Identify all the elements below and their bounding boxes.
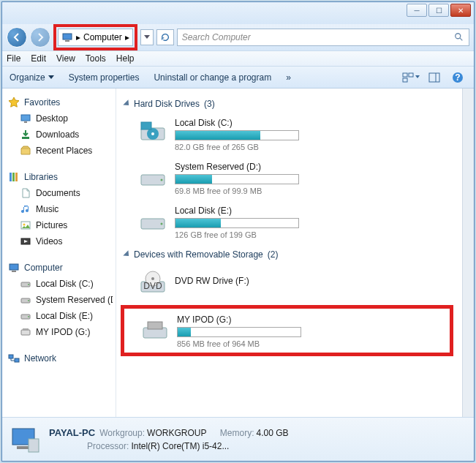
computer-icon	[61, 31, 73, 43]
system-properties-button[interactable]: System properties	[69, 72, 140, 83]
drive-item-dvd[interactable]: DVD DVD RW Drive (F:)	[125, 266, 453, 305]
sidebar-item-desktop[interactable]: Desktop	[5, 110, 113, 127]
capacity-fill	[175, 131, 260, 140]
sidebar-item-videos[interactable]: Videos	[5, 233, 113, 249]
menu-edit[interactable]: Edit	[31, 53, 46, 64]
title-bar: ─ ☐ ✕	[2, 2, 474, 24]
hdd-icon	[20, 294, 31, 306]
sidebar-item-recent[interactable]: Recent Places	[5, 143, 113, 159]
computer-header[interactable]: Computer	[5, 260, 113, 276]
chevron-down-icon	[415, 75, 420, 79]
window-controls: ─ ☐ ✕	[407, 4, 471, 17]
menu-bar: File Edit View Tools Help	[2, 50, 474, 67]
menu-help[interactable]: Help	[116, 53, 135, 64]
network-header[interactable]: Network	[5, 350, 113, 366]
minimize-button[interactable]: ─	[407, 4, 427, 17]
removable-section-header[interactable]: Devices with Removable Storage (2)	[125, 249, 453, 260]
drive-item-e[interactable]: Local Disk (E:) 126 GB free of 199 GB	[125, 203, 453, 246]
view-tiles-icon	[402, 72, 415, 83]
capacity-bar	[177, 327, 301, 337]
hdd-section-header[interactable]: Hard Disk Drives (3)	[125, 99, 453, 109]
collapse-triangle-icon	[123, 250, 131, 258]
svg-rect-35	[141, 122, 151, 129]
details-pane: PAYAL-PC Workgroup: WORKGROUP Memory: 4.…	[2, 417, 474, 461]
drive-name: DVD RW Drive (F:)	[175, 276, 321, 286]
menu-file[interactable]: File	[7, 53, 20, 64]
details-memory-value: 4.00 GB	[257, 428, 289, 438]
body: Favorites Desktop Downloads Recent Place…	[2, 89, 474, 417]
svg-point-27	[28, 316, 29, 317]
menu-view[interactable]: View	[56, 53, 75, 64]
computer-label: Computer	[24, 263, 63, 273]
scrollbar[interactable]	[462, 89, 474, 417]
favorites-label: Favorites	[24, 97, 60, 108]
sidebar-item-downloads[interactable]: Downloads	[5, 127, 113, 143]
hdd-large-icon	[138, 206, 167, 235]
network-icon	[8, 353, 20, 364]
star-icon	[8, 97, 20, 108]
computer-icon	[8, 262, 20, 274]
sidebar-item-label: Desktop	[36, 113, 68, 124]
sidebar-item-label: Music	[36, 204, 58, 214]
address-annotation-box: ▸ Computer ▸	[53, 24, 137, 50]
sidebar-item-ipod-g[interactable]: MY IPOD (G:)	[5, 324, 113, 340]
sidebar-item-label: Local Disk (E:)	[36, 311, 93, 321]
breadcrumb-item[interactable]: Computer	[83, 32, 122, 42]
libraries-header[interactable]: Libraries	[5, 169, 113, 185]
sidebar-item-local-e[interactable]: Local Disk (E:)	[5, 308, 113, 324]
recent-places-icon	[20, 145, 31, 157]
music-icon	[20, 203, 31, 215]
drive-free-text: 126 GB free of 199 GB	[175, 230, 321, 239]
drive-name: Local Disk (C:)	[175, 118, 321, 128]
toolbar-overflow[interactable]: »	[286, 72, 291, 83]
search-box[interactable]: Search Computer	[177, 29, 469, 46]
section-title: Hard Disk Drives	[134, 99, 200, 109]
capacity-fill	[175, 175, 212, 184]
svg-rect-30	[9, 355, 13, 358]
search-placeholder: Search Computer	[182, 32, 251, 42]
sidebar-item-system-d[interactable]: System Reserved (D:)	[5, 292, 113, 308]
removable-drive-large-icon	[140, 315, 170, 344]
refresh-button[interactable]	[156, 29, 174, 45]
svg-point-37	[161, 179, 163, 181]
view-options-button[interactable]	[402, 70, 420, 85]
drive-item-d[interactable]: System Reserved (D:) 69.8 MB free of 99.…	[125, 159, 453, 203]
sidebar-item-label: Pictures	[36, 220, 67, 230]
details-processor-label: Processor:	[87, 441, 129, 451]
uninstall-program-button[interactable]: Uninstall or change a program	[154, 72, 271, 83]
sidebar-item-pictures[interactable]: Pictures	[5, 217, 113, 233]
organize-button[interactable]: Organize	[10, 72, 54, 83]
svg-line-3	[460, 38, 463, 41]
help-icon: ?	[452, 72, 464, 83]
drive-item-ipod[interactable]: MY IPOD (G:) 856 MB free of 964 MB	[127, 312, 447, 350]
drive-free-text: 82.0 GB free of 265 GB	[175, 143, 321, 151]
close-button[interactable]: ✕	[450, 4, 471, 17]
organize-label: Organize	[10, 72, 45, 83]
maximize-button[interactable]: ☐	[428, 4, 449, 17]
back-button[interactable]	[7, 27, 27, 48]
svg-rect-48	[29, 439, 39, 452]
preview-pane-button[interactable]	[426, 70, 443, 85]
help-button[interactable]: ?	[449, 70, 466, 85]
chevron-down-icon	[48, 75, 54, 80]
address-dropdown-button[interactable]	[140, 29, 154, 45]
drive-item-c[interactable]: Local Disk (C:) 82.0 GB free of 265 GB	[125, 115, 453, 159]
svg-rect-20	[10, 264, 18, 270]
favorites-header[interactable]: Favorites	[5, 94, 113, 110]
sidebar-item-label: Videos	[36, 236, 62, 246]
forward-button[interactable]	[30, 27, 50, 48]
libraries-icon	[8, 171, 20, 183]
content-pane: Hard Disk Drives (3) Local Disk (C:) 82.…	[116, 89, 462, 417]
svg-rect-7	[429, 73, 439, 82]
details-processor-value: Intel(R) Core(TM) i5-42...	[131, 441, 229, 451]
sidebar-item-music[interactable]: Music	[5, 201, 113, 217]
menu-tools[interactable]: Tools	[86, 53, 106, 64]
sidebar-item-documents[interactable]: Documents	[5, 185, 113, 201]
svg-point-25	[28, 300, 29, 301]
section-title: Devices with Removable Storage	[134, 249, 263, 260]
drive-free-text: 856 MB free of 964 MB	[177, 339, 323, 348]
command-bar: Organize System properties Uninstall or …	[2, 67, 474, 89]
dvd-drive-icon: DVD	[138, 268, 167, 298]
address-bar[interactable]: ▸ Computer ▸	[58, 29, 133, 46]
sidebar-item-local-c[interactable]: Local Disk (C:)	[5, 276, 113, 292]
